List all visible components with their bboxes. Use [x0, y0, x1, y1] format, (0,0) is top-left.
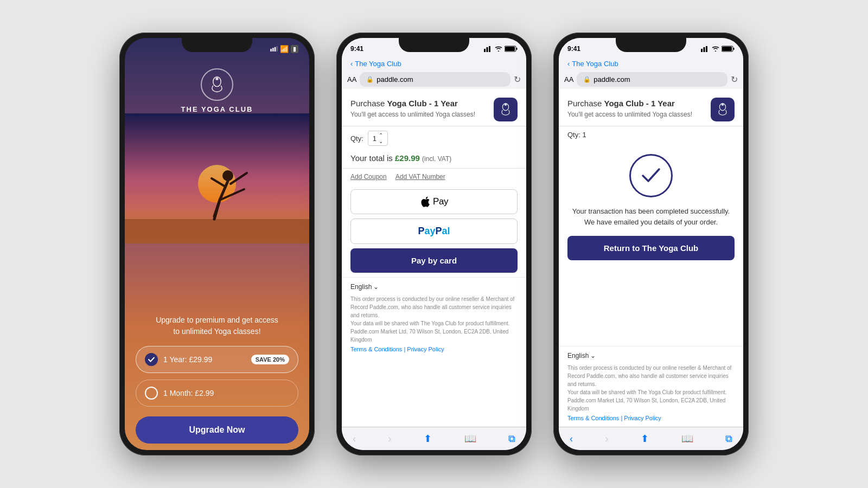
- save-badge: SAVE 20%: [251, 355, 289, 364]
- app-logo: [201, 68, 233, 101]
- app-brand-name: THE YOGA CLUB: [181, 105, 253, 113]
- url-text-2: paddle.com: [376, 75, 413, 84]
- share-btn-3[interactable]: ⬆: [641, 433, 649, 445]
- url-text-3: paddle.com: [593, 75, 630, 84]
- add-vat-link[interactable]: Add VAT Number: [395, 173, 445, 181]
- product-title: Purchase Yoga Club - 1 Year: [350, 98, 488, 109]
- product-title-3: Purchase Yoga Club - 1 Year: [567, 98, 705, 109]
- svg-point-26: [722, 103, 724, 106]
- back-nav-3[interactable]: ‹ The Yoga Club: [559, 57, 743, 70]
- svg-point-5: [215, 78, 218, 80]
- product-text: Purchase Yoga Club - 1 Year You'll get a…: [350, 98, 488, 118]
- share-btn-2[interactable]: ⬆: [424, 433, 432, 445]
- aa-text-2[interactable]: AA: [347, 75, 356, 84]
- forward-btn-3[interactable]: ›: [605, 433, 609, 445]
- yoga-badge-svg-3: [715, 102, 730, 117]
- back-arrow-3: ‹: [567, 60, 570, 68]
- reload-btn-3[interactable]: ↻: [731, 74, 738, 85]
- phone-2: 9:41: [336, 33, 532, 455]
- return-button[interactable]: Return to The Yoga Club: [567, 236, 735, 260]
- address-bar-2: AA 🔒 paddle.com ↻: [342, 70, 526, 89]
- svg-rect-15: [516, 48, 518, 50]
- app-screen: 📶 ▮ THE YOGA CLUB: [125, 38, 309, 450]
- browser-footer-3: English ⌄ This order process is conducte…: [559, 346, 743, 427]
- yoga-logo-svg: [207, 75, 227, 94]
- phone-3-screen: 9:41: [559, 38, 743, 450]
- qty-stepper[interactable]: 1 ⌃⌄: [368, 131, 388, 146]
- wifi-icon-1: 📶: [280, 45, 289, 53]
- purchase-content: Purchase Yoga Club - 1 Year You'll get a…: [342, 89, 526, 427]
- apple-pay-button[interactable]: Pay: [350, 189, 518, 214]
- qty-chevron: ⌃⌄: [379, 132, 383, 144]
- back-nav-2[interactable]: ‹ The Yoga Club: [342, 57, 526, 70]
- safari-bottom-2: ‹ › ⬆ 📖 ⧉: [342, 427, 526, 450]
- svg-rect-21: [706, 46, 707, 52]
- back-label-3: The Yoga Club: [572, 60, 618, 68]
- success-screen: 9:41: [559, 38, 743, 450]
- coupon-row: Add Coupon Add VAT Number: [342, 169, 526, 185]
- language-select-3[interactable]: English ⌄: [567, 352, 735, 359]
- product-header: Purchase Yoga Club - 1 Year You'll get a…: [342, 89, 526, 126]
- battery-icon-2: [505, 46, 518, 52]
- plan-year-radio: [145, 353, 158, 366]
- reload-btn-2[interactable]: ↻: [514, 74, 521, 85]
- product-header-3: Purchase Yoga Club - 1 Year You'll get a…: [559, 89, 743, 126]
- lock-icon-2: 🔒: [366, 76, 374, 83]
- lock-icon-3: 🔒: [583, 76, 591, 83]
- success-content: Purchase Yoga Club - 1 Year You'll get a…: [559, 89, 743, 427]
- card-button[interactable]: Pay by card: [350, 248, 518, 273]
- url-bar-3[interactable]: 🔒 paddle.com: [577, 72, 727, 87]
- address-bar-3: AA 🔒 paddle.com ↻: [559, 70, 743, 89]
- payment-buttons: Pay PayPal Pay by card: [342, 185, 526, 277]
- battery-icon-3: [722, 46, 735, 52]
- footer-links-2: Terms & Conditions | Privacy Policy: [350, 346, 518, 352]
- privacy-link-3[interactable]: Privacy Policy: [624, 415, 661, 421]
- plan-year-option[interactable]: 1 Year: £29.99 SAVE 20%: [136, 346, 298, 373]
- bookmarks-btn-3[interactable]: 📖: [681, 433, 693, 445]
- svg-rect-19: [701, 49, 703, 52]
- status-icons-1: 📶 ▮: [270, 45, 298, 53]
- status-icons-3: [701, 46, 735, 52]
- privacy-link-2[interactable]: Privacy Policy: [407, 346, 444, 352]
- svg-rect-1: [272, 48, 274, 52]
- svg-rect-23: [733, 48, 735, 50]
- svg-rect-2: [275, 47, 276, 52]
- success-checkmark-icon: [641, 168, 661, 184]
- bookmarks-btn-2[interactable]: 📖: [464, 433, 476, 445]
- qty-row-3: Qty: 1: [559, 126, 743, 143]
- footer-legal-2: This order process is conducted by our o…: [350, 295, 518, 344]
- total-row: Your total is £29.99 (incl. VAT): [342, 150, 526, 169]
- plan-month-option[interactable]: 1 Month: £2.99: [136, 380, 298, 407]
- language-select-2[interactable]: English ⌄: [350, 283, 518, 291]
- plan-month-label: 1 Month: £2.99: [163, 389, 289, 397]
- svg-rect-12: [487, 47, 488, 52]
- yoga-scene: [125, 113, 309, 309]
- paypal-button[interactable]: PayPal: [350, 219, 518, 244]
- add-coupon-link[interactable]: Add Coupon: [350, 173, 387, 181]
- footer-links-3: Terms & Conditions | Privacy Policy: [567, 415, 735, 421]
- svg-point-10: [222, 170, 233, 181]
- svg-rect-24: [722, 47, 732, 51]
- product-subtitle: You'll get access to unlimited Yoga clas…: [350, 111, 488, 118]
- url-bar-2[interactable]: 🔒 paddle.com: [360, 72, 510, 87]
- back-btn-3[interactable]: ‹: [570, 433, 573, 445]
- phone-3: 9:41: [553, 33, 749, 455]
- svg-rect-9: [125, 219, 309, 243]
- tabs-btn-3[interactable]: ⧉: [725, 433, 732, 445]
- signal-icon-1: [270, 46, 278, 52]
- aa-text-3[interactable]: AA: [564, 75, 573, 84]
- phone-2-screen: 9:41: [342, 38, 526, 450]
- signal-icon-3: [701, 46, 710, 52]
- plan-year-label: 1 Year: £29.99: [163, 355, 246, 364]
- terms-link-2[interactable]: Terms & Conditions: [350, 346, 402, 352]
- tabs-btn-2[interactable]: ⧉: [508, 433, 515, 445]
- forward-btn-2[interactable]: ›: [388, 433, 392, 445]
- back-btn-2[interactable]: ‹: [353, 433, 356, 445]
- qty-label: Qty:: [350, 134, 363, 143]
- terms-link-3[interactable]: Terms & Conditions: [567, 415, 619, 421]
- svg-rect-20: [704, 47, 705, 52]
- upgrade-button[interactable]: Upgrade Now: [136, 416, 298, 444]
- qty-value: 1: [373, 134, 376, 143]
- notch-3: [616, 38, 686, 52]
- svg-rect-0: [270, 49, 272, 52]
